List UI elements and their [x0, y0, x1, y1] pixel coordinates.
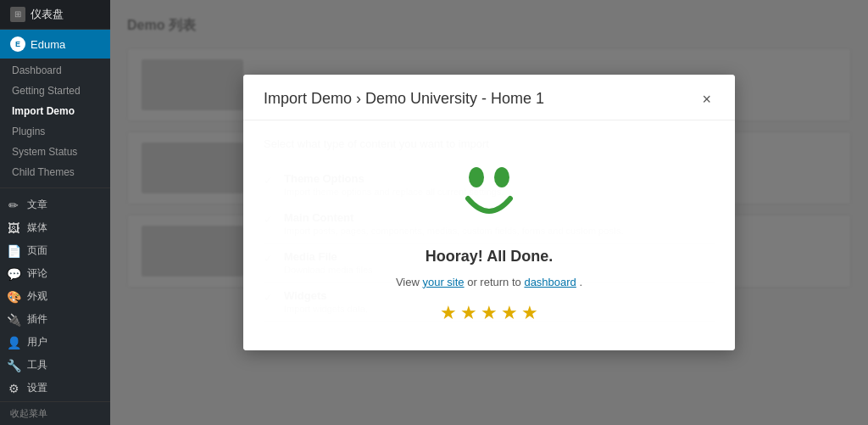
appearance-icon: 🎨: [5, 290, 22, 304]
media-label: 媒体: [27, 221, 47, 235]
settings-label: 设置: [27, 381, 47, 395]
collapse-label: 收起菜单: [10, 408, 47, 418]
sidebar-item-comments[interactable]: 💬 评论: [0, 262, 110, 285]
nav-getting-started[interactable]: Getting Started: [0, 81, 110, 101]
nav-system-status[interactable]: System Status: [0, 142, 110, 162]
nav-plugins[interactable]: Plugins: [0, 121, 110, 142]
dashboard-link[interactable]: dashboard: [524, 276, 576, 288]
dashboard-icon: ⊞: [10, 7, 25, 22]
sidebar-item-plugins[interactable]: 🔌 插件: [0, 308, 110, 331]
nav-dashboard[interactable]: Dashboard: [0, 60, 110, 81]
modal-body: Select what type of content you want to …: [243, 120, 735, 350]
success-desc-prefix: View: [396, 276, 423, 288]
sidebar-item-users[interactable]: 👤 用户: [0, 331, 110, 354]
dashboard-label: 仪表盘: [31, 7, 64, 22]
comments-icon: 💬: [5, 267, 22, 281]
success-desc-middle: or return to: [467, 276, 524, 288]
modal-overlay: Import Demo › Demo University - Home 1 ×…: [110, 0, 868, 425]
nav-child-themes[interactable]: Child Themes: [0, 162, 110, 182]
success-title: Hooray! All Done.: [426, 248, 553, 266]
sidebar-item-articles[interactable]: ✏ 文章: [0, 193, 110, 216]
modal-close-button[interactable]: ×: [698, 92, 715, 107]
success-desc-suffix: .: [579, 276, 582, 288]
pages-icon: 📄: [5, 244, 22, 258]
main-content: Demo 列表 Demo Online School Demo Online S…: [110, 0, 868, 425]
sidebar-divider: [0, 187, 110, 188]
your-site-link[interactable]: your site: [422, 276, 464, 288]
sidebar-header: ⊞ 仪表盘: [0, 0, 110, 30]
settings-icon: ⚙: [5, 382, 22, 395]
star-5: ★: [521, 302, 539, 324]
plugins-label: 插件: [27, 312, 47, 327]
tools-icon: 🔧: [5, 359, 22, 372]
appearance-label: 外观: [27, 289, 47, 304]
sidebar: ⊞ 仪表盘 E Eduma Dashboard Getting Started …: [0, 0, 110, 425]
sidebar-item-appearance[interactable]: 🎨 外观: [0, 285, 110, 308]
sidebar-item-pages[interactable]: 📄 页面: [0, 239, 110, 262]
users-label: 用户: [27, 335, 47, 350]
users-icon: 👤: [5, 336, 22, 350]
svg-point-0: [469, 167, 484, 187]
import-modal: Import Demo › Demo University - Home 1 ×…: [243, 75, 735, 350]
sidebar-item-media[interactable]: 🖼 媒体: [0, 216, 110, 239]
success-desc: View your site or return to dashboard .: [396, 276, 582, 288]
media-icon: 🖼: [5, 221, 22, 235]
sidebar-item-tools[interactable]: 🔧 工具: [0, 354, 110, 377]
articles-label: 文章: [27, 198, 47, 212]
sidebar-collapse[interactable]: 收起菜单: [0, 401, 110, 425]
star-1: ★: [440, 302, 458, 324]
star-4: ★: [501, 302, 519, 324]
sidebar-item-settings[interactable]: ⚙ 设置: [0, 377, 110, 400]
sidebar-nav: Dashboard Getting Started Import Demo Pl…: [0, 59, 110, 182]
success-overlay: Hooray! All Done. View your site or retu…: [243, 120, 735, 350]
star-2: ★: [460, 302, 478, 324]
star-3: ★: [481, 302, 498, 324]
articles-icon: ✏: [5, 199, 22, 212]
rating-stars: ★ ★ ★ ★ ★: [440, 302, 539, 324]
smiley-face-icon: [447, 148, 531, 232]
tools-label: 工具: [27, 358, 47, 372]
svg-point-1: [494, 167, 509, 187]
modal-title: Import Demo › Demo University - Home 1: [264, 90, 544, 108]
modal-header: Import Demo › Demo University - Home 1 ×: [243, 75, 735, 120]
nav-import-demo[interactable]: Import Demo: [0, 101, 110, 121]
comments-label: 评论: [27, 266, 47, 281]
eduma-label: Eduma: [31, 38, 65, 51]
pages-label: 页面: [27, 243, 47, 258]
eduma-menu-item[interactable]: E Eduma: [0, 30, 110, 59]
plugins-icon: 🔌: [5, 313, 22, 327]
eduma-icon: E: [10, 36, 25, 52]
